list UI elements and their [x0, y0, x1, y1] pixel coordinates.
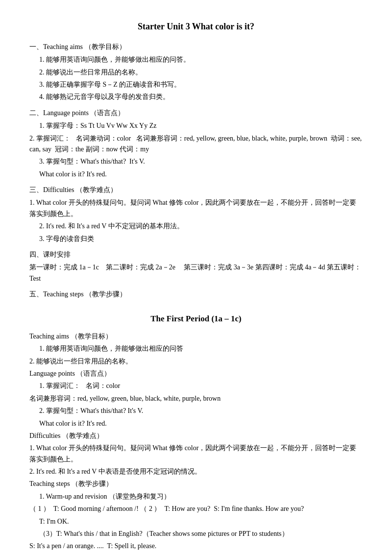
s2-step1-content3: （3）T: What's this / that in English?（Tea…	[39, 529, 363, 539]
part1-item2: 2. 能够说出一些日常用品的名称。	[39, 67, 363, 78]
part1-item3: 3. 能够正确掌握字母 S－Z 的正确读音和书写。	[39, 79, 363, 90]
part4-content: 第一课时：完成 1a－1c 第二课时：完成 2a－2e 第三课时：完成 3a－3…	[29, 262, 363, 284]
part4-heading: 四、课时安排	[29, 249, 363, 260]
s2-lang-item1b: 名词兼形容词：red, yellow, green, blue, black, …	[29, 393, 363, 404]
part2-item3-line2: What color is it? It's red.	[39, 169, 363, 180]
part3-item1: 1. What color 开头的特殊疑问句。疑问词 What 修饰 color…	[29, 197, 363, 219]
s2-aims-item1: 1. 能够用英语询问颜色，并能够做出相应的问答	[39, 343, 363, 354]
part2-item1: 1. 掌握字母：Ss Tt Uu Vv Ww Xx Yy Zz	[39, 120, 363, 131]
s2-aims-heading: Teaching aims （教学目标）	[29, 331, 363, 342]
part1-heading: 一、Teaching aims （教学目标）	[29, 42, 363, 52]
s2-lang-item2b: What color is it? It's red.	[39, 418, 363, 429]
part3-item3: 3. 字母的读音归类	[39, 234, 363, 244]
s2-lang-heading: Language points （语言点）	[29, 368, 363, 379]
part2-item2: 2. 掌握词汇： 名词兼动词：color 名词兼形容词：red, yellow,…	[29, 133, 363, 155]
s2-lang-item2: 2. 掌握句型：What's this/that? It's V.	[39, 406, 363, 416]
s2-diff-item2: 2. It's red. 和 It's a red V 中表语是否使用不定冠词的…	[29, 466, 363, 477]
s2-diff-item1: 1. What color 开头的特殊疑问句。疑问词 What 修饰 color…	[29, 443, 363, 465]
part5-heading: 五、Teaching steps （教学步骤）	[29, 289, 363, 300]
document-container: Starter Unit 3 What color is it? 一、Teach…	[29, 20, 363, 552]
part2-heading: 二、Language points （语言点）	[29, 108, 363, 119]
s2-step1-content1: （ 1 ） T: Good morning / afternoon /! （ 2…	[29, 504, 363, 514]
part1-item1: 1. 能够用英语询问颜色，并能够做出相应的问答。	[39, 54, 363, 65]
s2-step1-content2: T: I'm OK.	[39, 516, 363, 527]
s2-aims-item2: 2. 能够说出一些日常用品的名称。	[29, 356, 363, 367]
s2-diff-heading: Difficulties （教学难点）	[29, 431, 363, 441]
s2-step1-content4: S: It's a pen / an orange. .... T: Spell…	[29, 541, 363, 552]
part1-item4: 4. 能够熟记元音字母以及字母的发音归类。	[39, 92, 363, 102]
page-title: Starter Unit 3 What color is it?	[29, 20, 363, 34]
part2-item3: 3. 掌握句型：What's this/that? It's V.	[39, 156, 363, 167]
s2-lang-item1: 1. 掌握词汇： 名词：color	[39, 381, 363, 391]
part3-heading: 三、Difficulties （教学难点）	[29, 185, 363, 195]
s2-steps-heading: Teaching steps （教学步骤）	[29, 479, 363, 489]
s2-step1-heading: 1. Warm-up and revision （课堂热身和复习）	[39, 491, 363, 502]
part3-item2: 2. It's red. 和 It's a red V 中不定冠词的基本用法。	[39, 221, 363, 232]
section2-title: The First Period (1a – 1c)	[29, 312, 363, 325]
